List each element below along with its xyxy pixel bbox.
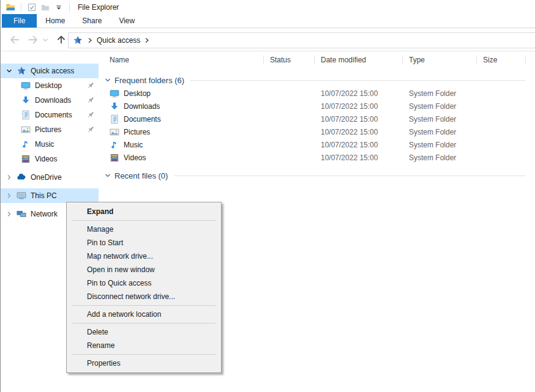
file-name-label: Pictures [124,128,150,136]
breadcrumb-chevron-icon [144,37,150,44]
chevron-right-icon[interactable] [5,210,13,218]
menu-item-pin-to-start[interactable]: Pin to Start [67,236,221,250]
menu-separator [72,323,215,324]
file-explorer-logo-icon[interactable] [5,2,16,13]
sidebar-item-onedrive[interactable]: OneDrive [1,170,99,185]
pin-icon [86,96,95,105]
menu-item-map-network-drive[interactable]: Map network drive... [67,250,221,263]
up-button[interactable] [55,34,67,45]
back-arrow-icon [9,34,21,45]
column-header-size[interactable]: Size [477,51,526,68]
column-header-label: Date modified [321,56,366,64]
file-row-pictures[interactable]: Pictures10/07/2022 15:00System Folder [103,125,535,138]
file-date-modified-cell: 10/07/2022 15:00 [315,141,403,149]
column-header-label: Size [483,56,497,64]
sidebar-item-label: Music [35,140,54,149]
qat-customize-button[interactable] [53,2,64,13]
title-bar: File Explorer [1,0,535,14]
file-name-label: Desktop [124,89,151,98]
file-row-desktop[interactable]: Desktop10/07/2022 15:00System Folder [103,87,535,100]
column-header-label: Status [270,56,291,64]
qat-new-folder-button[interactable] [40,2,51,13]
sidebar-item-videos[interactable]: Videos [1,152,99,166]
sidebar-item-label: This PC [31,191,57,200]
menu-item-add-a-network-location[interactable]: Add a network location [67,308,221,321]
chevron-right-icon[interactable] [5,192,13,199]
network-icon [17,209,26,219]
chevron-right-icon[interactable] [5,174,13,181]
menu-item-disconnect-network-drive[interactable]: Disconnect network drive... [67,290,221,303]
sidebar-item-label: Documents [35,111,72,119]
sidebar-item-this-pc[interactable]: This PC [1,188,99,203]
menu-item-rename[interactable]: Rename [67,339,221,352]
pictures-icon [110,127,119,137]
file-row-documents[interactable]: Documents10/07/2022 15:00System Folder [103,113,535,125]
chevron-down-small-icon [42,36,49,43]
ribbon-tab-home[interactable]: Home [37,14,73,28]
file-date-modified-cell: 10/07/2022 15:00 [315,89,403,98]
sidebar-item-music[interactable]: Music [1,137,99,152]
file-name-cell: Documents [103,114,264,124]
quick-access-star-icon [17,66,26,76]
group-header-line [190,80,525,81]
file-name-cell: Downloads [103,102,264,111]
group-header-frequent-folders-6[interactable]: Frequent folders (6) [103,73,535,87]
sidebar-item-label: OneDrive [31,173,62,182]
sidebar-item-downloads[interactable]: Downloads [1,93,99,108]
ribbon-tab-share[interactable]: Share [73,14,110,28]
ribbon-tab-view[interactable]: View [110,14,143,28]
file-name-label: Music [124,141,143,149]
sidebar-item-desktop[interactable]: Desktop [1,78,99,93]
this-pc-icon [17,191,26,201]
file-type-cell: System Folder [403,89,477,98]
menu-item-properties[interactable]: Properties [67,357,221,370]
menu-item-delete[interactable]: Delete [67,325,221,339]
file-row-music[interactable]: Music10/07/2022 15:00System Folder [103,138,535,151]
menu-separator [72,220,215,221]
file-row-videos[interactable]: Videos10/07/2022 15:00System Folder [103,151,535,164]
forward-button[interactable] [27,34,39,45]
sidebar-item-documents[interactable]: Documents [1,108,99,122]
pin-icon [86,125,95,134]
titlebar-separator [69,3,70,12]
quick-access-toolbar [25,2,65,13]
pin-icon [86,111,95,119]
menu-item-manage[interactable]: Manage [67,223,221,236]
recent-locations-button[interactable] [42,36,49,43]
sidebar-item-label: Pictures [35,125,61,134]
videos-icon [110,153,119,163]
breadcrumb-segment-quick-access[interactable]: Quick access [95,36,142,45]
column-header-name[interactable]: Name [103,51,264,68]
qat-properties-button[interactable] [26,2,37,13]
file-name-cell: Music [103,140,264,150]
desktop-icon [21,81,31,91]
column-header-type[interactable]: Type [403,51,477,68]
menu-separator [72,305,215,306]
chevron-down-icon[interactable] [103,172,112,179]
file-date-modified-cell: 10/07/2022 15:00 [315,115,403,124]
menu-item-pin-to-quick-access[interactable]: Pin to Quick access [67,276,221,290]
sidebar-item-quick-access[interactable]: Quick access [1,64,99,78]
chevron-down-icon[interactable] [103,76,112,84]
sidebar-item-label: Network [31,210,58,218]
ribbon-tab-file[interactable]: File [2,14,37,28]
file-groups: Frequent folders (6)Desktop10/07/2022 15… [103,73,535,182]
sidebar-item-label: Desktop [35,81,62,90]
sidebar-item-pictures[interactable]: Pictures [1,122,99,137]
documents-icon [21,110,31,120]
group-header-recent-files-0[interactable]: Recent files (0) [103,169,535,182]
back-button[interactable] [9,34,21,45]
address-bar[interactable]: Quick access [68,32,535,48]
sidebar-item-label: Quick access [31,67,74,75]
file-row-downloads[interactable]: Downloads10/07/2022 15:00System Folder [103,100,535,113]
chevron-down-icon[interactable] [5,67,13,75]
up-arrow-icon [55,34,67,45]
sidebar-item-label: Videos [35,155,57,163]
group-title: Frequent folders (6) [114,76,184,85]
menu-item-open-in-new-window[interactable]: Open in new window [67,263,221,276]
column-header-status[interactable]: Status [264,51,315,68]
menu-item-expand[interactable]: Expand [67,205,221,218]
file-type-cell: System Folder [403,128,477,136]
column-header-date-modified[interactable]: Date modified [315,51,403,68]
properties-check-icon [27,2,37,12]
